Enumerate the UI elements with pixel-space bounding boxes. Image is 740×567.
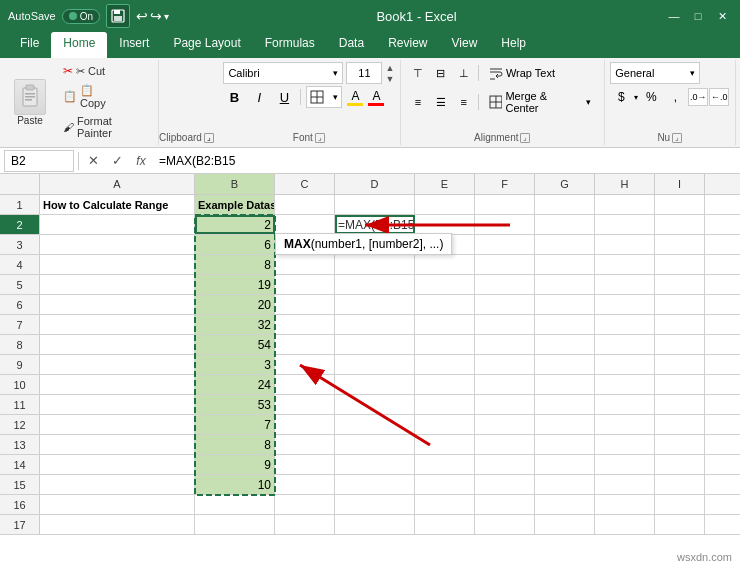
- row-num-12[interactable]: 12: [0, 415, 40, 434]
- cell-D10[interactable]: [335, 375, 415, 394]
- italic-button[interactable]: I: [248, 86, 270, 108]
- bold-button[interactable]: B: [223, 86, 245, 108]
- cell-E4[interactable]: [415, 255, 475, 274]
- cell-C10[interactable]: [275, 375, 335, 394]
- merge-center-button[interactable]: Merge & Center ▾: [482, 86, 598, 118]
- row-num-6[interactable]: 6: [0, 295, 40, 314]
- col-header-F[interactable]: F: [475, 174, 535, 194]
- cell-A15[interactable]: [40, 475, 195, 494]
- cell-A2[interactable]: [40, 215, 195, 234]
- cell-ref-box[interactable]: B2: [4, 150, 74, 172]
- cell-I2[interactable]: [655, 215, 705, 234]
- cell-G5[interactable]: [535, 275, 595, 294]
- cell-F1[interactable]: [475, 195, 535, 214]
- col-header-A[interactable]: A: [40, 174, 195, 194]
- cell-F15[interactable]: [475, 475, 535, 494]
- cell-E15[interactable]: [415, 475, 475, 494]
- cell-E13[interactable]: [415, 435, 475, 454]
- cell-C17[interactable]: [275, 515, 335, 534]
- cell-G11[interactable]: [535, 395, 595, 414]
- cancel-formula-button[interactable]: ✕: [83, 151, 103, 171]
- more-commands[interactable]: ▾: [164, 11, 169, 22]
- cell-A5[interactable]: [40, 275, 195, 294]
- align-right-button[interactable]: ≡: [453, 91, 475, 113]
- row-num-5[interactable]: 5: [0, 275, 40, 294]
- tab-review[interactable]: Review: [376, 32, 439, 58]
- cell-F2[interactable]: [475, 215, 535, 234]
- cell-H1[interactable]: [595, 195, 655, 214]
- underline-button[interactable]: U: [273, 86, 295, 108]
- cell-F6[interactable]: [475, 295, 535, 314]
- copy-button[interactable]: 📋 📋 Copy: [60, 82, 115, 111]
- cell-A8[interactable]: [40, 335, 195, 354]
- col-header-B[interactable]: B: [195, 174, 275, 194]
- cell-I4[interactable]: [655, 255, 705, 274]
- cell-B17[interactable]: [195, 515, 275, 534]
- row-num-7[interactable]: 7: [0, 315, 40, 334]
- cell-D7[interactable]: [335, 315, 415, 334]
- cell-D5[interactable]: [335, 275, 415, 294]
- font-color-button[interactable]: A: [368, 89, 384, 106]
- cell-C2[interactable]: [275, 215, 335, 234]
- cell-A13[interactable]: [40, 435, 195, 454]
- cell-H8[interactable]: [595, 335, 655, 354]
- cell-B6[interactable]: 20: [195, 295, 275, 314]
- cell-I11[interactable]: [655, 395, 705, 414]
- cell-D1[interactable]: [335, 195, 415, 214]
- col-header-E[interactable]: E: [415, 174, 475, 194]
- row-num-17[interactable]: 17: [0, 515, 40, 534]
- cell-D4[interactable]: [335, 255, 415, 274]
- cell-F7[interactable]: [475, 315, 535, 334]
- cell-I5[interactable]: [655, 275, 705, 294]
- cell-B3[interactable]: 6: [195, 235, 275, 254]
- cell-F8[interactable]: [475, 335, 535, 354]
- cell-F14[interactable]: [475, 455, 535, 474]
- clipboard-expand[interactable]: ⌟: [204, 133, 214, 143]
- cell-D11[interactable]: [335, 395, 415, 414]
- cell-E10[interactable]: [415, 375, 475, 394]
- cell-H9[interactable]: [595, 355, 655, 374]
- cell-H3[interactable]: [595, 235, 655, 254]
- cell-G14[interactable]: [535, 455, 595, 474]
- font-expand[interactable]: ⌟: [315, 133, 325, 143]
- cell-B4[interactable]: 8: [195, 255, 275, 274]
- cell-G1[interactable]: [535, 195, 595, 214]
- cell-I12[interactable]: [655, 415, 705, 434]
- row-num-4[interactable]: 4: [0, 255, 40, 274]
- cell-B9[interactable]: 3: [195, 355, 275, 374]
- cell-C6[interactable]: [275, 295, 335, 314]
- cell-G13[interactable]: [535, 435, 595, 454]
- cell-H10[interactable]: [595, 375, 655, 394]
- cell-H14[interactable]: [595, 455, 655, 474]
- cell-G10[interactable]: [535, 375, 595, 394]
- cell-C13[interactable]: [275, 435, 335, 454]
- row-num-3[interactable]: 3: [0, 235, 40, 254]
- percent-button[interactable]: %: [640, 86, 662, 108]
- tab-page-layout[interactable]: Page Layout: [161, 32, 252, 58]
- paste-button[interactable]: Paste: [10, 75, 50, 130]
- cell-E7[interactable]: [415, 315, 475, 334]
- cell-E8[interactable]: [415, 335, 475, 354]
- row-num-9[interactable]: 9: [0, 355, 40, 374]
- cell-F5[interactable]: [475, 275, 535, 294]
- cell-B15[interactable]: 10: [195, 475, 275, 494]
- border-button[interactable]: ▾: [306, 86, 342, 108]
- cell-G3[interactable]: [535, 235, 595, 254]
- cell-E14[interactable]: [415, 455, 475, 474]
- cell-G8[interactable]: [535, 335, 595, 354]
- alignment-expand[interactable]: ⌟: [520, 133, 530, 143]
- tab-formulas[interactable]: Formulas: [253, 32, 327, 58]
- cell-G9[interactable]: [535, 355, 595, 374]
- cell-D2[interactable]: =MAX(B2:B15: [335, 215, 415, 234]
- tab-home[interactable]: Home: [51, 32, 107, 58]
- cell-H12[interactable]: [595, 415, 655, 434]
- align-bottom-button[interactable]: ⊥: [453, 62, 475, 84]
- cell-F11[interactable]: [475, 395, 535, 414]
- cell-F10[interactable]: [475, 375, 535, 394]
- cell-A17[interactable]: [40, 515, 195, 534]
- cell-A16[interactable]: [40, 495, 195, 514]
- cell-I15[interactable]: [655, 475, 705, 494]
- cell-B13[interactable]: 8: [195, 435, 275, 454]
- cell-B12[interactable]: 7: [195, 415, 275, 434]
- maximize-button[interactable]: □: [688, 6, 708, 26]
